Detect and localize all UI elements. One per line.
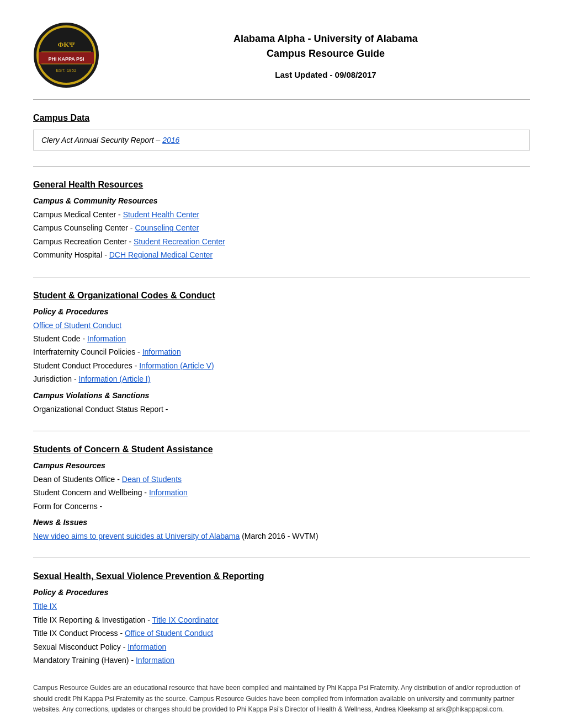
- svg-text:EST. 1852: EST. 1852: [56, 68, 77, 73]
- list-item: Jurisdiction - Information (Article I): [33, 373, 530, 385]
- sexual-policy-list: Title IX Title IX Reporting & Investigat…: [33, 600, 530, 666]
- list-item: Student Code - Information: [33, 333, 530, 345]
- mandatory-training-link[interactable]: Information: [136, 656, 174, 665]
- violations-list: Organizational Conduct Status Report -: [33, 403, 530, 415]
- students-concern-section: Students of Concern & Student Assistance…: [33, 431, 530, 543]
- general-health-list: Campus Medical Center - Student Health C…: [33, 208, 530, 261]
- sexual-health-title: Sexual Health, Sexual Violence Preventio…: [33, 571, 530, 581]
- campus-resources-list: Dean of Students Office - Dean of Studen…: [33, 473, 530, 512]
- sexual-misconduct-link[interactable]: Information: [128, 643, 166, 651]
- student-health-center-link[interactable]: Student Health Center: [123, 210, 200, 219]
- clery-link[interactable]: 2016: [162, 136, 179, 144]
- list-item: Organizational Conduct Status Report -: [33, 403, 530, 415]
- title-ix-conduct-link[interactable]: Office of Student Conduct: [125, 629, 213, 638]
- violations-sanctions-title: Campus Violations & Sanctions: [33, 391, 530, 400]
- list-item: Community Hospital - DCH Regional Medica…: [33, 249, 530, 261]
- jurisdiction-link[interactable]: Information (Article I): [78, 374, 150, 383]
- general-health-title: General Health Resources: [33, 180, 530, 190]
- dean-students-link[interactable]: Dean of Students: [122, 475, 182, 484]
- general-health-section: General Health Resources Campus & Commun…: [33, 166, 530, 261]
- title-ix-link[interactable]: Title IX: [33, 602, 57, 611]
- dch-regional-link[interactable]: DCH Regional Medical Center: [109, 250, 213, 259]
- codes-conduct-title: Student & Organizational Codes & Conduct: [33, 291, 530, 301]
- list-item: Office of Student Conduct: [33, 319, 530, 331]
- counseling-center-link[interactable]: Counseling Center: [135, 223, 199, 232]
- sexual-health-section: Sexual Health, Sexual Violence Preventio…: [33, 558, 530, 666]
- conduct-procedures-link[interactable]: Information (Article V): [139, 361, 214, 370]
- page-header: ΦΚΨ PHI KAPPA PSI EST. 1852 Alabama Alph…: [33, 22, 530, 88]
- office-student-conduct-link[interactable]: Office of Student Conduct: [33, 321, 121, 330]
- list-item: Sexual Misconduct Policy - Information: [33, 641, 530, 653]
- list-item: Title IX Conduct Process - Office of Stu…: [33, 627, 530, 639]
- svg-text:PHI KAPPA PSI: PHI KAPPA PSI: [48, 56, 84, 62]
- list-item: Mandatory Training (Haven) - Information: [33, 654, 530, 666]
- svg-text:ΦΚΨ: ΦΚΨ: [57, 40, 75, 49]
- student-concern-link[interactable]: Information: [149, 488, 188, 497]
- list-item: Campus Recreation Center - Student Recre…: [33, 235, 530, 248]
- policy-list: Office of Student Conduct Student Code -…: [33, 319, 530, 386]
- last-updated: Last Updated - 09/08/2017: [121, 70, 530, 79]
- campus-resources-title: Campus Resources: [33, 461, 530, 470]
- clery-box: Clery Act Annual Security Report – 2016: [33, 130, 530, 151]
- policy-procedures-title: Policy & Procedures: [33, 307, 530, 316]
- news-issues-title: News & Issues: [33, 518, 530, 527]
- list-item: Interfraternity Council Policies - Infor…: [33, 346, 530, 358]
- list-item: Dean of Students Office - Dean of Studen…: [33, 473, 530, 485]
- list-item: New video aims to prevent suicides at Un…: [33, 530, 530, 542]
- list-item: Title IX Reporting & Investigation - Tit…: [33, 614, 530, 626]
- suicide-video-link[interactable]: New video aims to prevent suicides at Un…: [33, 532, 240, 540]
- news-list: New video aims to prevent suicides at Un…: [33, 530, 530, 542]
- list-item: Form for Concerns -: [33, 500, 530, 512]
- list-item: Campus Medical Center - Student Health C…: [33, 208, 530, 221]
- list-item: Title IX: [33, 600, 530, 612]
- students-concern-title: Students of Concern & Student Assistance: [33, 445, 530, 454]
- page-title: Alabama Alpha - University of Alabama Ca…: [121, 31, 530, 61]
- campus-data-section: Campus Data Clery Act Annual Security Re…: [33, 99, 530, 151]
- logo: ΦΚΨ PHI KAPPA PSI EST. 1852: [33, 22, 99, 88]
- footer-text: Campus Resource Guides are an educationa…: [33, 683, 530, 715]
- header-text-block: Alabama Alpha - University of Alabama Ca…: [121, 31, 530, 79]
- sexual-policy-title: Policy & Procedures: [33, 588, 530, 597]
- ifc-policies-link[interactable]: Information: [142, 347, 181, 356]
- campus-community-resources-title: Campus & Community Resources: [33, 196, 530, 205]
- list-item: Student Conduct Procedures - Information…: [33, 360, 530, 372]
- list-item: Campus Counseling Center - Counseling Ce…: [33, 222, 530, 234]
- codes-conduct-section: Student & Organizational Codes & Conduct…: [33, 277, 530, 415]
- list-item: Student Concern and Wellbeing - Informat…: [33, 486, 530, 499]
- student-recreation-center-link[interactable]: Student Recreation Center: [134, 237, 225, 246]
- title-ix-coordinator-link[interactable]: Title IX Coordinator: [152, 615, 219, 624]
- student-code-info-link[interactable]: Information: [87, 334, 126, 343]
- campus-data-title: Campus Data: [33, 113, 530, 123]
